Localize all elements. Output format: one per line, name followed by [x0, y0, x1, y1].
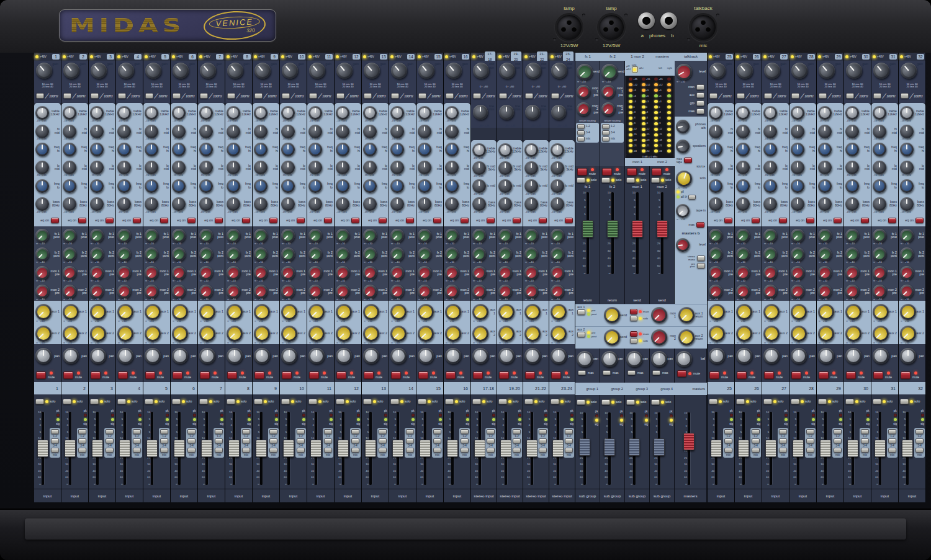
channel-fader-cap[interactable]	[765, 440, 776, 457]
solo-button[interactable]	[90, 399, 99, 404]
eq-on-button[interactable]	[487, 218, 495, 223]
eq-knob-0-knob[interactable]	[117, 106, 131, 120]
route-3-4-button[interactable]	[779, 438, 787, 443]
route-1-2-button[interactable]	[487, 429, 495, 434]
mute-button[interactable]	[446, 371, 456, 379]
route-1-2-button[interactable]	[834, 429, 842, 434]
eq-knob-5-knob[interactable]	[818, 197, 832, 211]
fx-to-mon1-knob[interactable]	[577, 85, 590, 99]
route-3-4-button[interactable]	[861, 438, 869, 443]
pan-knob[interactable]	[524, 348, 541, 364]
send-knob-1-knob[interactable]	[472, 247, 486, 261]
eq-knob-0-knob[interactable]	[524, 143, 538, 157]
aux-knob-1-knob[interactable]	[524, 326, 541, 342]
route-3-4-button[interactable]	[565, 438, 573, 443]
mute-button[interactable]	[627, 168, 637, 176]
eq-knob-5-knob[interactable]	[900, 197, 914, 211]
eq-knob-4-knob[interactable]	[818, 179, 832, 193]
channel-fader-cap[interactable]	[552, 440, 564, 457]
eq-knob-5-knob[interactable]	[390, 197, 404, 211]
return-route-1-2-button[interactable]	[577, 124, 585, 129]
eq-knob-1-knob[interactable]	[254, 125, 268, 138]
eq-on-button[interactable]	[215, 218, 223, 223]
eq-knob-4-knob[interactable]	[227, 179, 240, 193]
aux-knob-0-knob[interactable]	[199, 304, 215, 320]
afl-mode-button[interactable]	[688, 195, 696, 200]
eq-knob-3-knob[interactable]	[336, 161, 349, 174]
send-knob-3-knob[interactable]	[763, 285, 777, 298]
gain-knob[interactable]	[63, 63, 79, 79]
eq-knob-2-knob[interactable]	[363, 143, 377, 156]
channel-fader-cap[interactable]	[228, 440, 240, 457]
mute-button[interactable]	[873, 371, 883, 379]
aux-knob-1-knob[interactable]	[63, 326, 79, 342]
eq-knob-5-knob[interactable]	[145, 197, 158, 211]
channel-fader-cap[interactable]	[201, 440, 212, 457]
aux-knob-0-knob[interactable]	[818, 304, 834, 320]
group-pan-knob[interactable]	[577, 351, 593, 367]
route-mix-button[interactable]	[160, 448, 168, 453]
eq-on-button[interactable]	[724, 218, 732, 223]
send-knob-0-knob[interactable]	[35, 229, 49, 242]
eq-knob-3-knob[interactable]	[281, 161, 295, 174]
pan-knob[interactable]	[390, 348, 407, 364]
send-knob-1-knob[interactable]	[63, 247, 76, 261]
hpf-button[interactable]	[709, 93, 717, 99]
send-knob-3-knob[interactable]	[709, 285, 722, 298]
aux-knob-0-knob[interactable]	[736, 304, 752, 320]
aux-knob-0-knob[interactable]	[281, 304, 297, 320]
eq-knob-2-knob[interactable]	[90, 143, 104, 156]
send-knob-2-knob[interactable]	[472, 266, 486, 280]
solo-button[interactable]	[626, 177, 635, 183]
mute-button[interactable]	[819, 371, 829, 379]
route-mix-button[interactable]	[915, 448, 924, 453]
route-3-4-button[interactable]	[242, 438, 250, 443]
route-mix-button[interactable]	[297, 448, 305, 453]
send-knob-3-knob[interactable]	[117, 285, 131, 298]
fx-to-mon2-knob[interactable]	[601, 102, 615, 116]
eq-knob-3-knob[interactable]	[445, 161, 459, 174]
fx-send-knob[interactable]	[601, 64, 618, 80]
aux-knob-0-knob[interactable]	[418, 304, 434, 320]
return-route-3-4-button[interactable]	[602, 130, 609, 135]
eq-knob-2-knob[interactable]	[845, 143, 859, 156]
eq-knob-0-knob[interactable]	[818, 106, 832, 120]
solo-button[interactable]	[524, 399, 533, 404]
eq-on-button[interactable]	[187, 218, 196, 223]
hpf-button[interactable]	[764, 93, 772, 99]
hpf-button[interactable]	[737, 93, 745, 99]
route-1-2-button[interactable]	[724, 429, 732, 434]
route-1-2-button[interactable]	[915, 429, 924, 434]
masters-mute-button[interactable]	[677, 370, 686, 377]
eq-knob-2-knob[interactable]	[900, 143, 914, 156]
solo-button[interactable]	[363, 399, 372, 404]
mute-button[interactable]	[391, 371, 401, 379]
group-pan-knob[interactable]	[626, 351, 642, 367]
send-knob-2-knob[interactable]	[117, 266, 131, 280]
aux-solo-button[interactable]	[630, 338, 637, 344]
route-mix-button[interactable]	[106, 448, 114, 453]
send-knob-1-knob[interactable]	[390, 247, 404, 261]
eq-knob-5-knob[interactable]	[308, 197, 322, 211]
solo-button[interactable]	[651, 399, 660, 405]
aux-mute-button[interactable]	[630, 309, 637, 314]
group-fader-cap[interactable]	[654, 438, 665, 456]
eq-knob-2-knob[interactable]	[35, 143, 49, 156]
send-knob-1-knob[interactable]	[736, 247, 750, 261]
gain-knob[interactable]	[764, 63, 780, 79]
pan-knob[interactable]	[498, 348, 515, 364]
eq-knob-1-knob[interactable]	[63, 125, 76, 138]
gain-knob[interactable]	[709, 63, 726, 79]
eq-knob-2-knob[interactable]	[791, 143, 804, 156]
route-mix-button[interactable]	[187, 448, 196, 453]
hpf-button[interactable]	[118, 93, 126, 99]
send-knob-1-knob[interactable]	[551, 247, 564, 261]
fx-send-knob[interactable]	[577, 64, 593, 80]
solo-button[interactable]	[873, 399, 881, 404]
solo-button[interactable]	[818, 399, 827, 404]
eq-knob-3-knob[interactable]	[472, 197, 486, 211]
send-knob-0-knob[interactable]	[736, 229, 750, 242]
eq-knob-1-knob[interactable]	[308, 125, 322, 138]
pan-knob[interactable]	[35, 348, 52, 364]
aux-knob-1-knob[interactable]	[117, 326, 133, 342]
